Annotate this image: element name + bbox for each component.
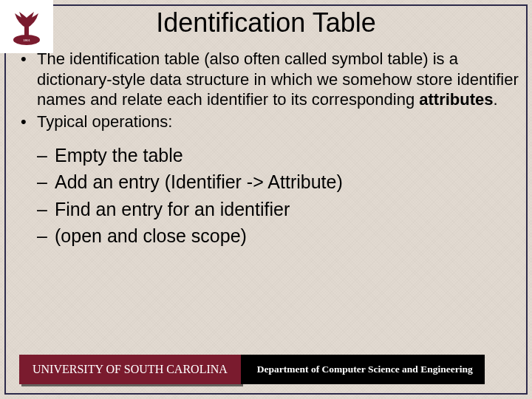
sub-item: – Empty the table — [37, 142, 519, 168]
bullet-text-bold: attributes — [419, 90, 493, 109]
footer-university: UNIVERSITY OF SOUTH CAROLINA — [19, 355, 241, 384]
svg-rect-0 — [24, 25, 29, 35]
bullet-marker: • — [16, 112, 37, 132]
sub-item-text: Empty the table — [55, 142, 519, 168]
sub-item: – (open and close scope) — [37, 222, 519, 249]
sub-list: – Empty the table – Add an entry (Identi… — [37, 142, 519, 249]
bullet-marker: • — [16, 49, 37, 110]
dash-marker: – — [37, 196, 55, 222]
dash-marker: – — [37, 142, 55, 168]
footer-department: Department of Computer Science and Engin… — [241, 355, 485, 384]
university-logo: 1801 — [0, 0, 53, 53]
bullet-item: • Typical operations: — [16, 112, 519, 132]
palmetto-icon: 1801 — [4, 4, 49, 49]
bullet-text: The identification table (also often cal… — [37, 49, 519, 110]
bullet-text: Typical operations: — [37, 112, 519, 132]
bullet-text-pre: Typical operations: — [37, 112, 172, 131]
slide-content: • The identification table (also often c… — [16, 49, 519, 249]
footer: UNIVERSITY OF SOUTH CAROLINA Department … — [19, 355, 485, 384]
sub-item-text: Find an entry for an identifier — [55, 196, 519, 222]
sub-item-text: (open and close scope) — [55, 222, 519, 249]
sub-item-text: Add an entry (Identifier -> Attribute) — [55, 168, 519, 195]
sub-item: – Add an entry (Identifier -> Attribute) — [37, 168, 519, 195]
bullet-item: • The identification table (also often c… — [16, 49, 519, 110]
dash-marker: – — [37, 168, 55, 195]
svg-text:1801: 1801 — [23, 38, 31, 42]
slide-title: Identification Table — [0, 7, 532, 38]
sub-item: – Find an entry for an identifier — [37, 196, 519, 222]
dash-marker: – — [37, 222, 55, 249]
bullet-text-post: . — [494, 90, 498, 109]
